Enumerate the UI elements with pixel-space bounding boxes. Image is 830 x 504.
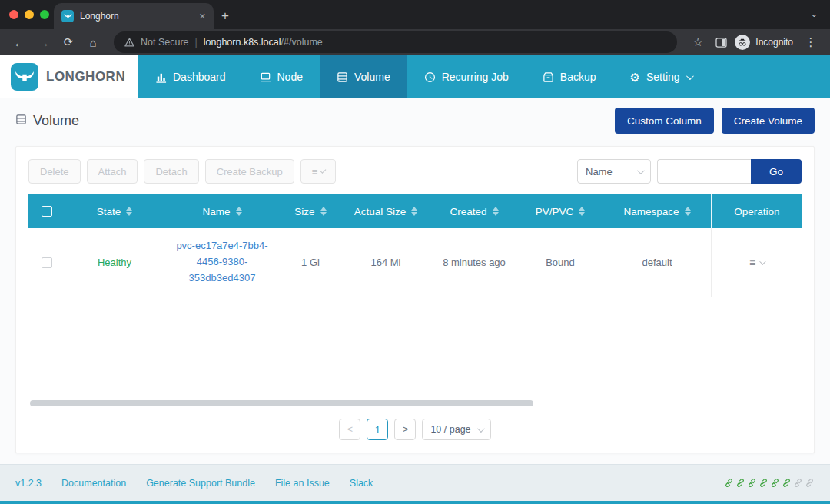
side-panel-icon[interactable]: [715, 38, 727, 48]
tab-search-chevron-icon[interactable]: ⌄: [811, 9, 818, 19]
minimize-window-button[interactable]: [25, 10, 34, 19]
footer-link-file-issue[interactable]: File an Issue: [275, 478, 330, 489]
link-status-icon: [805, 478, 815, 488]
prev-page-button[interactable]: <: [339, 419, 360, 440]
column-label: Actual Size: [354, 206, 407, 217]
link-status-icon: [793, 478, 803, 488]
page-size-select[interactable]: 10 / page: [422, 419, 490, 440]
browser-tab[interactable]: Longhorn ✕: [54, 3, 214, 29]
list-icon: ≡: [749, 257, 755, 269]
nav-item-recurring-job[interactable]: Recurring Job: [407, 55, 526, 98]
column-label: PV/PVC: [536, 206, 574, 217]
more-actions-button[interactable]: ≡: [300, 159, 336, 184]
security-label: Not Secure: [141, 37, 189, 48]
row-operation-menu[interactable]: ≡: [749, 257, 764, 269]
current-page-button[interactable]: 1: [367, 419, 388, 440]
url-text: longhorn.k8s.local/#/volume: [204, 37, 323, 48]
new-tab-button[interactable]: +: [221, 8, 229, 24]
volume-state: Healthy: [98, 257, 131, 268]
nav-item-dashboard[interactable]: Dashboard: [138, 55, 243, 98]
chevron-down-icon: [320, 167, 327, 174]
column-header-state[interactable]: State: [65, 206, 164, 217]
nav-item-node[interactable]: Node: [243, 55, 320, 98]
volume-name-link[interactable]: pvc-ec17a7e4-7bb4-4456-9380-353db3ed4307: [168, 238, 276, 286]
close-window-button[interactable]: [9, 10, 18, 19]
column-header-created[interactable]: Created: [431, 206, 517, 217]
column-label: Namespace: [623, 206, 679, 217]
row-checkbox[interactable]: [42, 257, 52, 268]
column-label: State: [97, 206, 121, 217]
link-status-icon: [735, 478, 745, 488]
volume-title-icon: [15, 113, 27, 129]
laptop-icon: [260, 71, 271, 83]
nav-item-volume[interactable]: Volume: [320, 55, 407, 98]
not-secure-warning-icon[interactable]: [124, 38, 134, 47]
column-header-size[interactable]: Size: [281, 206, 340, 217]
search-input[interactable]: [657, 159, 751, 184]
footer-link-support-bundle[interactable]: Generate Support Bundle: [146, 478, 255, 489]
page-size-value: 10 / page: [430, 424, 470, 435]
forward-icon[interactable]: →: [34, 36, 54, 49]
column-header-operation: Operation: [711, 194, 802, 228]
volume-created: 8 minutes ago: [431, 257, 517, 268]
database-icon: [337, 71, 348, 83]
nav-item-backup[interactable]: Backup: [526, 55, 613, 98]
column-header-name[interactable]: Name: [164, 206, 281, 217]
page-title: Volume: [15, 113, 79, 129]
nav-label: Setting: [646, 71, 680, 83]
tab-close-icon[interactable]: ✕: [199, 12, 206, 22]
footer-link-slack[interactable]: Slack: [350, 478, 374, 489]
window-controls[interactable]: [9, 10, 49, 19]
link-status-icon: [782, 478, 792, 488]
page-title-text: Volume: [33, 113, 79, 129]
sort-icon: [320, 207, 327, 216]
attach-button[interactable]: Attach: [87, 159, 138, 184]
go-button[interactable]: Go: [751, 159, 802, 184]
tab-title: Longhorn: [80, 11, 193, 22]
incognito-icon: [735, 35, 750, 50]
detach-button[interactable]: Detach: [144, 159, 198, 184]
volume-namespace: default: [603, 257, 711, 268]
column-header-actual-size[interactable]: Actual Size: [340, 206, 431, 217]
nav-item-setting[interactable]: ⚙ Setting: [613, 55, 709, 98]
column-header-pv-pvc[interactable]: PV/PVC: [517, 206, 603, 217]
delete-button[interactable]: Delete: [28, 159, 81, 184]
table-row: Healthy pvc-ec17a7e4-7bb4-4456-9380-353d…: [28, 228, 802, 297]
link-status-icon: [759, 478, 769, 488]
custom-column-button[interactable]: Custom Column: [615, 108, 714, 134]
zoom-window-button[interactable]: [40, 10, 49, 19]
nav-label: Node: [277, 71, 303, 83]
sort-icon: [579, 207, 585, 216]
footer-link-documentation[interactable]: Documentation: [61, 478, 126, 489]
nav-label: Dashboard: [173, 71, 226, 83]
back-icon[interactable]: ←: [9, 36, 29, 49]
column-label: Created: [450, 206, 486, 217]
filter-field-value: Name: [586, 166, 613, 177]
browser-tab-strip: Longhorn ✕ + ⌄: [0, 0, 830, 29]
longhorn-logo[interactable]: LONGHORN: [0, 55, 138, 98]
volume-size: 1 Gi: [281, 257, 340, 268]
table-toolbar: Delete Attach Detach Create Backup ≡ Nam…: [28, 159, 802, 184]
filter-field-select[interactable]: Name: [577, 159, 651, 184]
browser-menu-icon[interactable]: ⋮: [801, 35, 821, 49]
create-backup-button[interactable]: Create Backup: [205, 159, 294, 184]
column-label: Size: [294, 206, 314, 217]
select-all-checkbox[interactable]: [42, 206, 52, 217]
list-icon: ≡: [312, 166, 318, 177]
incognito-badge: Incognito: [735, 35, 793, 50]
column-header-namespace[interactable]: Namespace: [603, 206, 711, 217]
app-header: LONGHORN Dashboard Node Volume Recurring…: [0, 55, 830, 98]
url-path: /#/volume: [281, 37, 323, 48]
home-icon[interactable]: ⌂: [83, 36, 103, 49]
incognito-label: Incognito: [755, 37, 793, 48]
reload-icon[interactable]: ⟳: [58, 35, 78, 49]
address-bar[interactable]: Not Secure | longhorn.k8s.local/#/volume: [114, 32, 677, 53]
table-empty-space: [28, 297, 802, 400]
url-divider: |: [195, 37, 198, 48]
bookmark-star-icon[interactable]: ☆: [688, 35, 708, 49]
horizontal-scrollbar[interactable]: [30, 400, 533, 406]
next-page-button[interactable]: >: [394, 419, 416, 440]
main-nav: Dashboard Node Volume Recurring Job Back…: [138, 55, 709, 98]
sort-icon: [126, 207, 132, 216]
create-volume-button[interactable]: Create Volume: [722, 108, 815, 134]
